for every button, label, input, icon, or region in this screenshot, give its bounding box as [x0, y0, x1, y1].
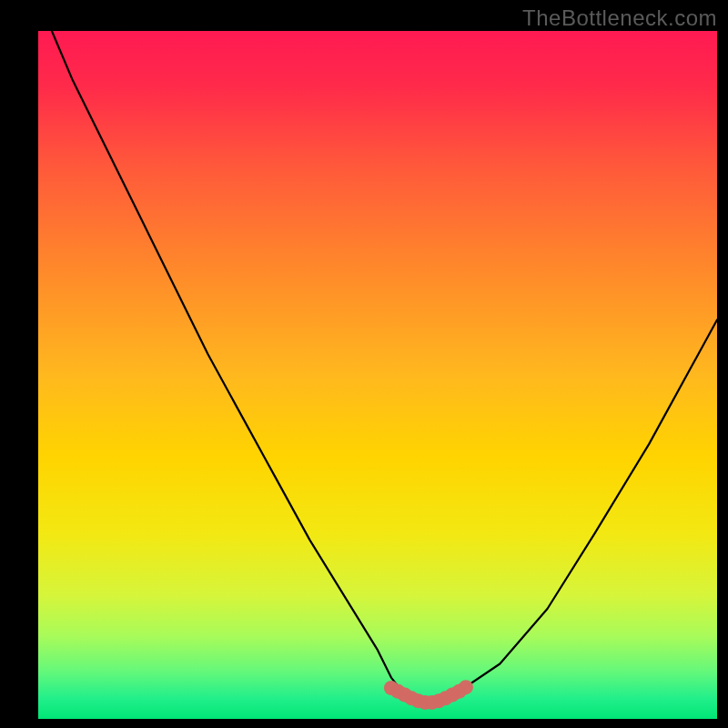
frame-left	[0, 0, 38, 728]
frame-bottom	[0, 719, 728, 728]
watermark-text: TheBottleneck.com	[522, 5, 717, 31]
frame-right	[717, 0, 728, 728]
chart-frame: TheBottleneck.com	[0, 0, 728, 728]
gradient-background	[38, 31, 717, 719]
svg-point-11	[459, 680, 473, 694]
bottleneck-chart	[0, 0, 728, 728]
